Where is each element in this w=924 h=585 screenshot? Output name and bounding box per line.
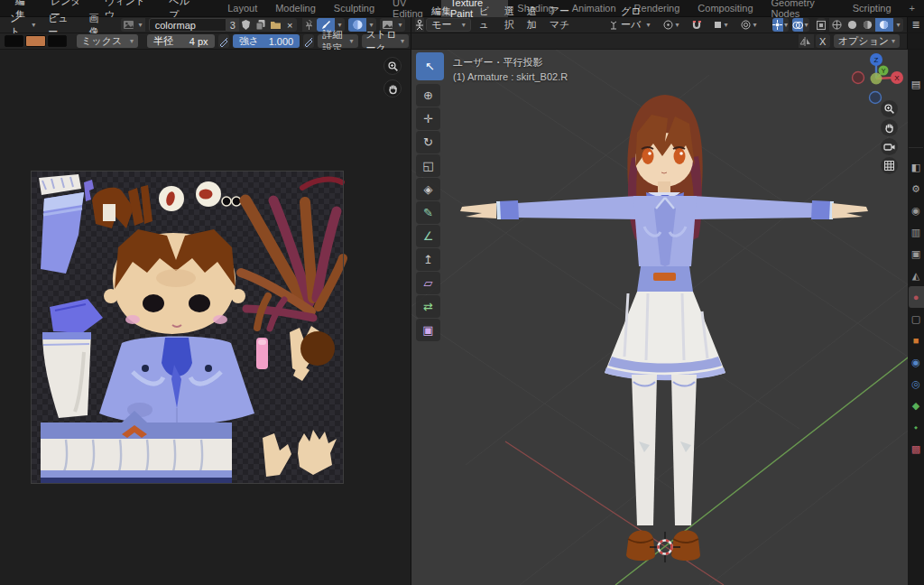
image-datablock-icon[interactable] [121,18,135,32]
tool-shear[interactable]: ▱ [416,272,440,294]
tab-view-layer[interactable]: ▣ [909,243,924,265]
shading-wireframe-button[interactable] [829,18,845,32]
image-users-count[interactable]: 3 [226,18,239,32]
strength-pressure-icon[interactable] [303,34,314,48]
properties-editor-icon[interactable]: ▤ [908,79,924,90]
image-browse-caret[interactable]: ▾ [135,18,145,32]
tool-select-tweak[interactable]: ↖ [416,52,444,80]
paint-mode-dropdown[interactable]: ント▾ [5,18,40,32]
mode-dropdown[interactable]: 編集モード▾ [426,18,470,32]
add-workspace-button[interactable]: + [901,0,924,17]
shading-caret[interactable]: ▾ [893,18,903,32]
texture-piece-purple-scrap [84,180,94,201]
tool-settings-bar: ミックス▾ 半径 4 px 強さ 1.000 詳細設定▾ ストローク▾ [0,33,924,50]
tab-modeling[interactable]: Modeling [266,0,325,17]
rail-divider [909,147,923,148]
ortho-toggle-button[interactable] [881,157,898,174]
tool-relax[interactable]: ⇄ [416,295,440,318]
tool-move[interactable]: ✛ [416,107,440,130]
stroke-dropdown[interactable]: ストローク▾ [362,34,409,48]
secondary-color-swatch[interactable] [48,35,67,47]
image-name-field[interactable]: colormap [149,18,226,32]
texture-piece-eye-spots [159,181,241,211]
tool-rotate[interactable]: ↻ [416,131,440,153]
tool-transform[interactable]: ◈ [416,178,440,200]
topbar: 編集レンダーウィンドウヘルプ LayoutModelingSculptingUV… [0,0,924,17]
unlink-image-button[interactable]: × [283,18,297,32]
new-image-icon[interactable] [254,18,268,32]
brush-preview-swatch[interactable] [5,35,23,47]
viewport-toolbar: ↖⊕✛↻◱◈✎∠↥▱⇄▣ [416,52,444,341]
tool-bone-envelope[interactable]: ▣ [416,319,440,341]
snap-target-dropdown[interactable]: ▾ [709,18,733,32]
tab-physics[interactable]: ◉ [909,351,924,373]
show-overlays-toggle[interactable] [792,18,803,32]
gizmo-caret[interactable]: ▾ [783,18,790,32]
texture-piece-pink-rect [256,338,268,369]
primary-color-swatch[interactable] [25,35,47,47]
pivot-point-dropdown[interactable]: ▾ [659,18,684,32]
tab-constraints[interactable]: ◎ [909,373,924,395]
viewport-3d[interactable]: ユーザー・平行投影 (1) Armature : skirt_B02.R ↖⊕✛… [411,50,908,585]
tab-scene[interactable]: ◭ [909,265,924,286]
tab-texture[interactable]: ▩ [909,438,924,460]
overlays-caret[interactable]: ▾ [803,18,809,32]
radius-pressure-icon[interactable] [218,34,229,48]
blend-mode-dropdown[interactable]: ミックス▾ [77,34,138,48]
show-gizmo-toggle[interactable] [772,18,783,32]
viewport-scene [411,50,908,585]
texture-canvas[interactable] [32,172,343,483]
strength-value: 1.000 [269,36,294,47]
open-image-folder-icon[interactable] [268,18,282,32]
tab-layout[interactable]: Layout [218,0,266,17]
advanced-settings-dropdown[interactable]: 詳細設定▾ [318,34,357,48]
tool-measure[interactable]: ∠ [416,225,440,247]
pin-icon[interactable] [302,18,317,32]
tab-object-data[interactable]: ◆ [909,395,924,416]
brush-falloff-button[interactable] [348,18,366,32]
options-dropdown[interactable]: オプション▾ [834,34,900,48]
tab-render[interactable]: ◉ [909,200,924,221]
tool-annotate[interactable]: ✎ [416,201,440,224]
tab-output[interactable]: ▥ [909,221,924,243]
zoom-button[interactable] [881,100,898,117]
orientation-dropdown[interactable]: グローバル▾ [605,18,655,32]
tab-compositing[interactable]: Compositing [688,0,762,17]
right-rail: ▤ ◧⚙◉▥▣◭●▢■◉◎◆⬩▩ [908,50,924,585]
tab-sculpting[interactable]: Sculpting [325,0,383,17]
image-zoom-button[interactable] [383,57,402,75]
tab-active-tool[interactable]: ◧ [909,156,924,178]
pan-button[interactable] [881,119,898,136]
tab-tool[interactable]: ⚙ [909,178,924,200]
tool-scale[interactable]: ◱ [416,154,440,177]
proportional-edit-dropdown[interactable]: ▾ [736,18,762,32]
character-model [460,95,868,561]
navigation-gizmo[interactable]: Z X Y [851,50,908,107]
shading-rendered-button[interactable] [875,18,893,32]
image-pan-button[interactable] [383,79,402,98]
tab-collection[interactable]: ▢ [909,308,924,330]
fake-user-shield-icon[interactable] [239,18,254,32]
tool-extrude[interactable]: ↥ [416,248,440,271]
snap-magnet-icon[interactable] [688,18,706,32]
tab-scripting[interactable]: Scripting [844,0,901,17]
shading-material-button[interactable] [860,18,875,32]
mirror-icon [799,34,814,48]
xray-toggle[interactable] [817,18,826,32]
tool-3d-cursor[interactable]: ⊕ [416,84,440,107]
radius-slider[interactable]: 半径 4 px [147,34,215,48]
tab-world[interactable]: ● [909,286,924,308]
shading-solid-button[interactable] [845,18,860,32]
mirror-x-toggle[interactable]: X [816,34,830,48]
options-label: オプション [838,34,889,48]
blender-window: 編集レンダーウィンドウヘルプ LayoutModelingSculptingUV… [0,0,924,585]
strength-slider[interactable]: 強さ 1.000 [233,34,300,48]
image-name: colormap [155,20,196,31]
tab-bone[interactable]: ⬩ [909,416,924,438]
viewport-overlay-text: ユーザー・平行投影 (1) Armature : skirt_B02.R [453,55,568,84]
camera-view-button[interactable] [881,138,898,155]
outliner-editor-icon[interactable]: ≣ [911,19,919,31]
tab-object[interactable]: ■ [909,330,924,351]
texture-piece-stocking [42,332,91,418]
texture-piece-collar [50,299,103,333]
